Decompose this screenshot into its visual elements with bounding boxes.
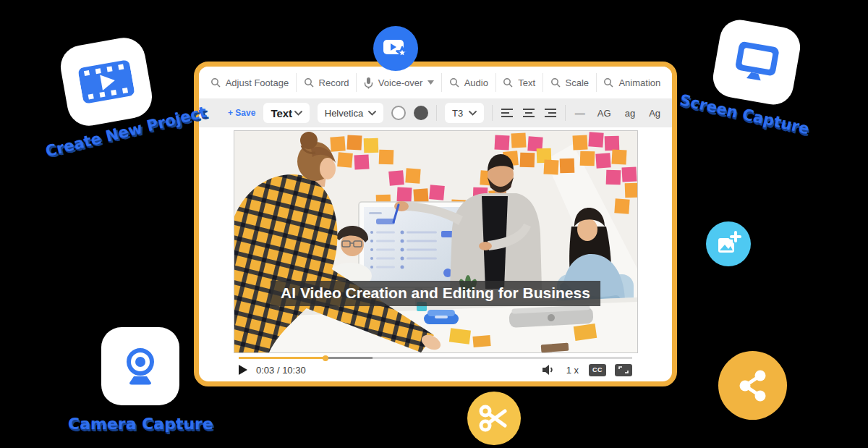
color-swatch-dark[interactable] <box>414 106 428 120</box>
toolbar-item-label: Voice-over <box>378 77 422 88</box>
share-icon <box>733 365 773 406</box>
image-plus-icon <box>714 229 743 258</box>
search-icon <box>449 77 459 88</box>
align-left-button[interactable] <box>501 105 514 121</box>
add-image-badge <box>706 221 751 266</box>
create-project-card <box>57 35 156 130</box>
text-size-select[interactable]: T3 <box>445 103 484 123</box>
progress-knob[interactable] <box>323 355 328 361</box>
camera-capture-card <box>101 327 179 405</box>
chevron-down-icon <box>294 111 302 116</box>
color-swatch-white[interactable] <box>391 106 406 120</box>
case-lowercase-button[interactable]: ag <box>622 108 638 119</box>
toolbar-item-label: Audio <box>464 77 488 88</box>
no-style-button[interactable]: — <box>574 107 587 119</box>
toolbar-item-label: Scale <box>566 77 590 88</box>
screen-capture-card <box>710 17 803 108</box>
toolbar-item-label: Adjust Footage <box>226 77 289 88</box>
search-icon <box>603 77 613 88</box>
volume-button[interactable] <box>542 364 555 376</box>
scissors-icon <box>477 402 511 434</box>
align-left-icon <box>501 108 514 118</box>
video-canvas: AI Video Creation and Editing for Busine… <box>234 130 638 353</box>
feature-toolbar: Adjust Footage Record Voice-over Audio <box>199 67 672 98</box>
video-star-icon <box>383 38 409 59</box>
align-center-icon <box>522 108 535 118</box>
font-family-select[interactable]: Helvetica <box>318 103 383 123</box>
editor-window: Adjust Footage Record Voice-over Audio <box>194 62 677 386</box>
search-icon <box>503 77 513 88</box>
toolbar-item-animation[interactable]: Animation <box>597 77 668 88</box>
cc-label: CC <box>592 366 603 373</box>
save-label: Save <box>235 108 255 118</box>
video-caption: AI Video Creation and Editing for Busine… <box>271 281 600 306</box>
search-icon <box>210 77 221 88</box>
monitor-icon <box>731 39 783 85</box>
element-type-value: Text <box>271 107 292 119</box>
progress-bar[interactable] <box>239 357 632 359</box>
toolbar-item-adjust-footage[interactable]: Adjust Footage <box>203 77 296 88</box>
play-button[interactable] <box>239 365 247 375</box>
divider <box>492 105 493 121</box>
progress-played <box>239 357 326 359</box>
time-display: 0:03 / 10:30 <box>256 365 306 376</box>
search-icon <box>550 77 561 88</box>
text-format-bar: + Save Text Helvetica T3 <box>199 98 672 127</box>
webcam-icon <box>119 345 162 388</box>
toolbar-item-record[interactable]: Record <box>297 77 356 88</box>
divider <box>565 105 566 121</box>
font-family-value: Helvetica <box>325 108 363 119</box>
element-type-select[interactable]: Text <box>263 103 309 123</box>
video-star-badge <box>373 26 418 71</box>
fullscreen-icon <box>618 366 629 373</box>
align-center-button[interactable] <box>522 105 536 121</box>
microphone-icon <box>364 77 373 89</box>
fullscreen-button[interactable] <box>615 364 632 376</box>
playback-speed-button[interactable]: 1 x <box>566 365 579 376</box>
toolbar-item-text[interactable]: Text <box>496 77 542 88</box>
film-icon <box>77 56 136 107</box>
divider <box>436 105 437 121</box>
toolbar-item-voice-over[interactable]: Voice-over <box>357 77 441 89</box>
case-titlecase-button[interactable]: Ag <box>646 108 663 119</box>
toolbar-item-label: Text <box>518 77 535 88</box>
case-uppercase-button[interactable]: AG <box>595 108 614 119</box>
camera-capture-label: Camera Capture <box>68 415 213 433</box>
toolbar-item-label: Animation <box>618 77 660 88</box>
promo-canvas: Adjust Footage Record Voice-over Audio <box>0 0 868 448</box>
align-right-button[interactable] <box>543 105 557 121</box>
toolbar-item-audio[interactable]: Audio <box>442 77 495 88</box>
chevron-down-icon <box>368 111 376 116</box>
player-controls: 0:03 / 10:30 1 x CC <box>239 361 632 379</box>
video-frame-illustration <box>234 131 637 352</box>
search-icon <box>304 77 314 88</box>
cut-badge <box>467 392 521 445</box>
progress-buffered <box>326 357 373 359</box>
share-badge <box>718 351 787 420</box>
chevron-down-icon <box>427 80 434 85</box>
save-button[interactable]: + Save <box>228 108 255 118</box>
toolbar-item-label: Record <box>319 77 349 88</box>
captions-button[interactable]: CC <box>589 364 606 376</box>
align-right-icon <box>544 108 557 118</box>
toolbar-item-scale[interactable]: Scale <box>543 77 596 88</box>
chevron-down-icon <box>469 111 477 116</box>
text-size-value: T3 <box>452 108 463 119</box>
